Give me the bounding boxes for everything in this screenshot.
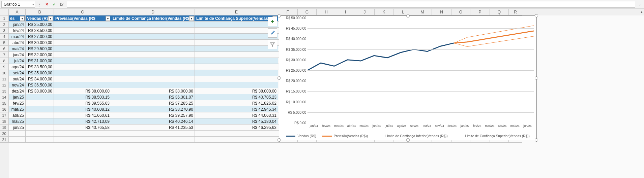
cell[interactable] bbox=[54, 58, 111, 64]
table-header[interactable]: Previsão(Vendas (R$▾ bbox=[54, 15, 111, 22]
cell[interactable] bbox=[111, 34, 195, 40]
cell[interactable]: R$ 46.295,63 bbox=[195, 124, 278, 131]
cell[interactable]: R$ 39.257,90 bbox=[111, 112, 195, 118]
row-header[interactable]: 21 bbox=[0, 137, 9, 143]
chart-filter-button[interactable] bbox=[268, 40, 277, 49]
cell[interactable]: R$ 41.660,61 bbox=[54, 112, 111, 118]
cell[interactable]: dez/24 bbox=[9, 88, 26, 94]
row-header[interactable]: 19 bbox=[0, 124, 9, 131]
cell[interactable] bbox=[54, 46, 111, 52]
scroll-right-icon[interactable]: ▲ bbox=[640, 10, 643, 14]
cell[interactable] bbox=[111, 22, 195, 28]
column-header-d[interactable]: D bbox=[111, 9, 195, 15]
cell[interactable]: fev/25 bbox=[9, 100, 26, 106]
row-header[interactable]: 10 bbox=[0, 70, 9, 76]
row-header[interactable]: 17 bbox=[0, 112, 9, 118]
cell[interactable]: R$ 36.500,00 bbox=[26, 82, 54, 88]
cell[interactable] bbox=[54, 82, 111, 88]
column-header-q[interactable]: Q bbox=[490, 9, 509, 15]
cell[interactable]: jul/24 bbox=[9, 58, 26, 64]
cell[interactable] bbox=[54, 64, 111, 70]
cell[interactable]: R$ 34.000,00 bbox=[26, 76, 54, 82]
cell[interactable] bbox=[195, 82, 278, 88]
cell[interactable]: R$ 36.301,07 bbox=[111, 94, 195, 100]
cell[interactable] bbox=[195, 64, 278, 70]
column-header-e[interactable]: E bbox=[195, 9, 278, 15]
cell[interactable] bbox=[111, 137, 195, 143]
cell[interactable] bbox=[26, 106, 54, 112]
cell[interactable]: R$ 27.000,00 bbox=[26, 34, 54, 40]
cell[interactable] bbox=[111, 58, 195, 64]
resize-handle[interactable] bbox=[277, 138, 281, 142]
row-header[interactable]: 1 bbox=[0, 15, 9, 22]
cell[interactable] bbox=[26, 100, 54, 106]
cell[interactable] bbox=[111, 70, 195, 76]
select-all-corner[interactable] bbox=[0, 9, 9, 15]
column-header-g[interactable]: G bbox=[298, 9, 317, 15]
cell[interactable] bbox=[111, 40, 195, 46]
cell[interactable] bbox=[26, 112, 54, 118]
cell[interactable] bbox=[111, 52, 195, 58]
column-header-i[interactable]: I bbox=[336, 9, 355, 15]
cell[interactable] bbox=[195, 34, 278, 40]
cell[interactable] bbox=[54, 70, 111, 76]
fx-icon[interactable]: fx bbox=[59, 1, 65, 8]
row-header[interactable]: 13 bbox=[0, 88, 9, 94]
cell[interactable] bbox=[195, 137, 278, 143]
row-header[interactable]: 15 bbox=[0, 100, 9, 106]
cell[interactable]: set/24 bbox=[9, 70, 26, 76]
cell[interactable] bbox=[26, 124, 54, 131]
column-header-h[interactable]: H bbox=[317, 9, 336, 15]
table-header[interactable]: ês▾ bbox=[9, 15, 26, 22]
cell[interactable]: abr/25 bbox=[9, 112, 26, 118]
column-header-n[interactable]: N bbox=[432, 9, 451, 15]
cell[interactable] bbox=[9, 137, 26, 143]
cell[interactable]: R$ 30.000,00 bbox=[26, 40, 54, 46]
cell[interactable] bbox=[9, 131, 26, 137]
column-header-m[interactable]: M bbox=[413, 9, 432, 15]
row-header[interactable]: 4 bbox=[0, 34, 9, 40]
cell[interactable] bbox=[54, 131, 111, 137]
cell[interactable] bbox=[26, 131, 54, 137]
column-header-o[interactable]: O bbox=[451, 9, 470, 15]
row-header[interactable]: 12 bbox=[0, 82, 9, 88]
cell[interactable] bbox=[195, 52, 278, 58]
row-header[interactable]: 16 bbox=[0, 106, 9, 112]
cell[interactable]: R$ 38.000,00 bbox=[54, 88, 111, 94]
cell[interactable]: R$ 40.608,12 bbox=[54, 106, 111, 112]
cell[interactable]: R$ 41.235,53 bbox=[111, 124, 195, 131]
cell[interactable]: jun/24 bbox=[9, 52, 26, 58]
row-header[interactable]: 8 bbox=[0, 58, 9, 64]
cell[interactable]: R$ 32.000,00 bbox=[26, 52, 54, 58]
cell[interactable]: R$ 42.945,34 bbox=[195, 106, 278, 112]
cell[interactable]: R$ 28.500,00 bbox=[26, 28, 54, 34]
cell[interactable] bbox=[54, 137, 111, 143]
filter-dropdown-icon[interactable]: ▾ bbox=[48, 16, 53, 21]
row-header[interactable]: 11 bbox=[0, 76, 9, 82]
cell[interactable]: R$ 40.246,14 bbox=[111, 118, 195, 124]
row-header[interactable]: 3 bbox=[0, 28, 9, 34]
filter-dropdown-icon[interactable]: ▾ bbox=[106, 16, 110, 21]
cell[interactable] bbox=[26, 118, 54, 124]
row-header[interactable]: 18 bbox=[0, 118, 9, 124]
accept-formula-icon[interactable]: ✓ bbox=[51, 1, 57, 8]
cell[interactable] bbox=[195, 40, 278, 46]
cell[interactable]: R$ 29.500,00 bbox=[26, 46, 54, 52]
cell[interactable] bbox=[111, 82, 195, 88]
cell[interactable] bbox=[26, 94, 54, 100]
cell[interactable] bbox=[195, 131, 278, 137]
cell[interactable] bbox=[195, 28, 278, 34]
column-header-r[interactable]: R bbox=[509, 9, 522, 15]
cell[interactable]: mai/24 bbox=[9, 46, 26, 52]
cell[interactable]: ago/24 bbox=[9, 64, 26, 70]
cell[interactable] bbox=[54, 40, 111, 46]
cell[interactable] bbox=[54, 22, 111, 28]
cell[interactable]: jun/25 bbox=[9, 124, 26, 131]
resize-handle[interactable] bbox=[535, 14, 538, 17]
column-header-c[interactable]: C bbox=[54, 9, 111, 15]
cell[interactable]: R$ 33.500,00 bbox=[26, 64, 54, 70]
cell[interactable] bbox=[195, 58, 278, 64]
column-header-b[interactable]: B bbox=[26, 9, 54, 15]
forecast-chart[interactable]: jan/24fev/24mar/24abr/24mai/24jun/24jul/… bbox=[279, 15, 537, 140]
cell[interactable] bbox=[26, 137, 54, 143]
